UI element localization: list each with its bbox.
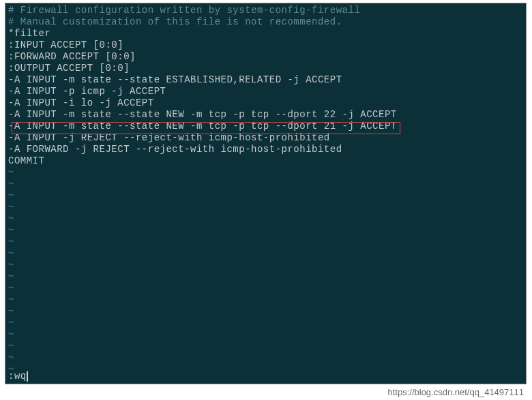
file-line: # Firewall configuration written by syst… [8, 5, 523, 16]
vim-empty-line: ~ [8, 352, 523, 364]
vim-empty-line: ~ [8, 202, 523, 213]
file-line: :FORWARD ACCEPT [0:0] [8, 51, 523, 63]
file-line: *filter [8, 28, 523, 40]
vim-empty-line: ~ [8, 248, 523, 260]
vim-empty-line: ~ [8, 341, 523, 352]
file-line: -A INPUT -i lo -j ACCEPT [8, 97, 523, 109]
vim-empty-line: ~ [8, 260, 523, 271]
vim-command-line[interactable]: :wq [8, 371, 28, 382]
cursor-icon [27, 371, 28, 382]
file-line: -A INPUT -m state --state NEW -m tcp -p … [8, 121, 523, 132]
file-content: # Firewall configuration written by syst… [8, 5, 523, 375]
vim-empty-line: ~ [8, 179, 523, 190]
vim-empty-line: ~ [8, 236, 523, 248]
watermark-text: https://blog.csdn.net/qq_41497111 [388, 387, 524, 397]
file-line: -A INPUT -j REJECT --reject-with icmp-ho… [8, 132, 523, 144]
vim-empty-line: ~ [8, 225, 523, 236]
vim-empty-line: ~ [8, 283, 523, 294]
vim-empty-line: ~ [8, 271, 523, 283]
file-line: COMMIT [8, 155, 523, 167]
file-line: -A INPUT -m state --state NEW -m tcp -p … [8, 109, 523, 121]
vim-empty-line: ~ [8, 329, 523, 341]
file-line: :INPUT ACCEPT [0:0] [8, 40, 523, 51]
vim-empty-line: ~ [8, 294, 523, 306]
terminal-window[interactable]: # Firewall configuration written by syst… [5, 3, 527, 384]
vim-empty-line: ~ [8, 364, 523, 375]
vim-empty-line: ~ [8, 190, 523, 202]
vim-empty-line: ~ [8, 306, 523, 318]
file-line: -A FORWARD -j REJECT --reject-with icmp-… [8, 144, 523, 155]
command-text: :wq [8, 371, 27, 382]
vim-empty-line: ~ [8, 167, 523, 179]
file-line: # Manual customization of this file is n… [8, 16, 523, 28]
vim-empty-line: ~ [8, 318, 523, 329]
file-line: :OUTPUT ACCEPT [0:0] [8, 63, 523, 74]
file-line: -A INPUT -p icmp -j ACCEPT [8, 86, 523, 97]
file-line: -A INPUT -m state --state ESTABLISHED,RE… [8, 74, 523, 86]
vim-empty-line: ~ [8, 213, 523, 225]
